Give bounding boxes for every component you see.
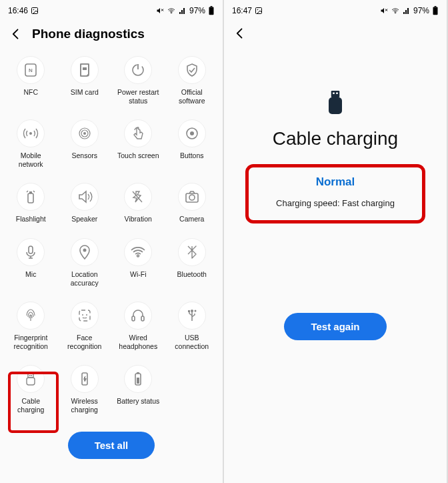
tile-label: Flashlight	[16, 215, 46, 223]
svg-rect-41	[137, 378, 139, 384]
image-icon	[31, 7, 39, 15]
usb-icon	[178, 302, 206, 330]
location-icon	[71, 238, 99, 266]
tile-restart[interactable]: Power restart status	[111, 52, 165, 113]
mute-icon	[156, 7, 164, 15]
svg-rect-37	[31, 375, 33, 376]
mobile-icon	[17, 119, 45, 147]
svg-rect-42	[256, 8, 262, 14]
svg-rect-4	[209, 7, 214, 15]
test-all-button[interactable]: Test all	[68, 432, 155, 459]
svg-point-1	[33, 9, 35, 11]
mic-icon	[17, 238, 45, 266]
page-title: Phone diagnostics	[32, 27, 145, 41]
wiredhp-icon	[124, 302, 152, 330]
svg-rect-49	[333, 93, 335, 95]
svg-point-43	[257, 9, 259, 11]
battery-icon	[124, 365, 152, 393]
result-status: Normal	[261, 175, 410, 189]
flash-icon	[17, 183, 45, 211]
tile-label: Fingerprint recognition	[14, 334, 48, 350]
tile-label: NFC	[23, 88, 38, 97]
tile-camera[interactable]: Camera	[165, 179, 219, 231]
diagnostic-grid: NNFCSIM cardPower restart statusOfficial…	[0, 52, 223, 422]
tile-mic[interactable]: Mic	[4, 234, 58, 295]
svg-rect-51	[329, 97, 342, 114]
cablechg-icon	[17, 365, 45, 393]
svg-point-13	[83, 132, 86, 135]
sensors-icon	[71, 119, 99, 147]
face-icon	[71, 302, 99, 330]
svg-rect-23	[29, 246, 33, 254]
nfc-icon: N	[17, 56, 45, 84]
tile-fingerprint[interactable]: Fingerprint recognition	[4, 298, 58, 358]
sim-icon	[71, 56, 99, 84]
signal-icon	[179, 7, 187, 15]
tile-face[interactable]: Face recognition	[58, 298, 112, 358]
tile-battery[interactable]: Battery status	[111, 361, 165, 422]
screen-cable-charging-result: 16:47 97% Cable charging Normal Charging…	[224, 0, 448, 483]
tile-buttons[interactable]: Buttons	[165, 115, 219, 176]
tile-vibration[interactable]: Vibration	[111, 179, 165, 231]
tile-location[interactable]: Location accuracy	[58, 234, 112, 295]
svg-rect-36	[29, 375, 31, 376]
tile-mobile[interactable]: Mobile network	[4, 115, 58, 176]
battery-pct: 97%	[189, 6, 205, 15]
tile-cablechg[interactable]: Cable charging	[4, 361, 58, 422]
tile-label: Wired headphones	[119, 334, 157, 350]
tile-official[interactable]: Official software	[165, 52, 219, 113]
svg-rect-35	[27, 378, 35, 385]
wifi-icon	[167, 7, 176, 15]
tile-touch[interactable]: Touch screen	[111, 115, 165, 176]
tile-label: Battery status	[117, 397, 159, 406]
tile-wirelesschg[interactable]: Wireless charging	[58, 361, 112, 422]
svg-point-26	[82, 314, 83, 316]
svg-rect-9	[83, 67, 87, 70]
tile-nfc[interactable]: NNFC	[4, 52, 58, 113]
touch-icon	[124, 119, 152, 147]
tile-label: Buttons	[180, 151, 204, 160]
svg-rect-50	[336, 93, 338, 95]
clock: 16:47	[232, 6, 252, 15]
tile-label: Mic	[25, 270, 36, 279]
wifi-icon	[391, 7, 400, 15]
clock: 16:46	[8, 6, 28, 15]
tile-label: Face recognition	[67, 334, 101, 350]
tile-label: Mobile network	[19, 151, 43, 168]
battery-pct: 97%	[413, 6, 429, 15]
tile-label: USB connection	[175, 334, 209, 350]
tile-speaker[interactable]: Speaker	[58, 179, 112, 231]
svg-point-33	[194, 310, 196, 312]
result-panel: Cable charging Normal Charging speed: Fa…	[224, 51, 447, 340]
tile-bluetooth[interactable]: Bluetooth	[165, 234, 219, 295]
tile-label: Official software	[179, 88, 205, 105]
battery-icon	[208, 6, 215, 15]
tile-label: Camera	[179, 215, 204, 223]
back-icon[interactable]	[9, 27, 23, 41]
header	[224, 19, 447, 51]
image-icon	[255, 7, 263, 15]
tile-wiredhp[interactable]: Wired headphones	[111, 298, 165, 358]
svg-rect-46	[433, 7, 438, 15]
tile-wifi[interactable]: Wi-Fi	[111, 234, 165, 295]
svg-rect-25	[79, 310, 90, 321]
tile-flash[interactable]: Flashlight	[4, 179, 58, 231]
bluetooth-icon	[178, 238, 206, 266]
tile-sensors[interactable]: Sensors	[58, 115, 112, 176]
svg-rect-18	[28, 193, 33, 203]
back-icon[interactable]	[233, 27, 247, 40]
header: Phone diagnostics	[0, 19, 223, 52]
tile-label: Wireless charging	[71, 397, 98, 414]
svg-point-12	[29, 132, 32, 135]
tile-usb[interactable]: USB connection	[165, 298, 219, 358]
tile-label: SIM card	[71, 88, 99, 97]
official-icon	[178, 56, 206, 84]
usb-plug-icon	[325, 91, 345, 117]
tile-sim[interactable]: SIM card	[58, 52, 112, 113]
test-again-button[interactable]: Test again	[284, 313, 386, 340]
restart-icon	[124, 56, 152, 84]
status-bar: 16:47 97%	[224, 0, 447, 19]
svg-rect-5	[211, 6, 213, 7]
highlight-result: Normal Charging speed: Fast charging	[245, 164, 425, 223]
svg-rect-28	[132, 316, 135, 321]
